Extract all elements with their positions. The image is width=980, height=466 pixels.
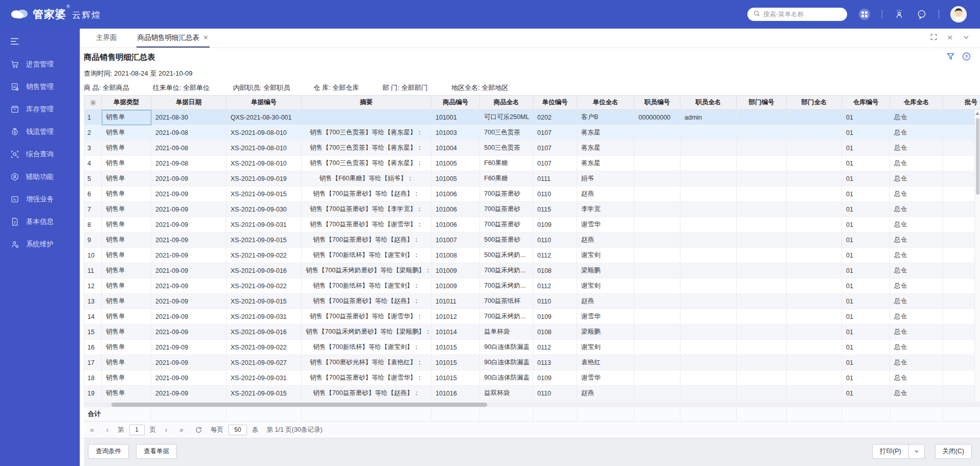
table-cell[interactable]: 可口可乐250ML: [480, 110, 533, 125]
table-cell[interactable]: 101009: [431, 278, 480, 294]
table-cell[interactable]: [737, 187, 787, 202]
table-cell[interactable]: [787, 370, 842, 386]
table-cell[interactable]: 销售【700益茶磨砂】等给【李学宽】：: [302, 202, 431, 217]
table-cell[interactable]: XS-2021-09-09-022: [226, 278, 302, 294]
table-cell[interactable]: 2021-09-09: [151, 232, 226, 248]
table-cell[interactable]: 总仓: [890, 355, 943, 370]
table-cell[interactable]: 101008: [431, 248, 480, 263]
table-cell[interactable]: [680, 340, 737, 355]
table-row[interactable]: 8销售单2021-09-09XS-2021-09-09-031销售【700益茶磨…: [84, 217, 980, 232]
query-conditions-button[interactable]: 查询条件: [88, 444, 129, 459]
sidebar-item-basic-info[interactable]: 基本信息: [0, 211, 80, 233]
table-cell[interactable]: 销售单: [102, 171, 151, 187]
table-cell[interactable]: 01: [842, 217, 890, 232]
table-cell[interactable]: 0112: [533, 248, 577, 263]
table-cell[interactable]: 700益茶磨砂: [480, 187, 533, 202]
table-cell[interactable]: 101016: [431, 386, 480, 401]
user-avatar[interactable]: [950, 6, 967, 22]
table-cell[interactable]: [787, 340, 842, 355]
table-cell[interactable]: 赵燕: [577, 294, 634, 309]
table-cell[interactable]: admin: [680, 110, 737, 125]
table-cell[interactable]: [787, 141, 842, 156]
table-cell[interactable]: [787, 110, 842, 125]
table-cell[interactable]: 销售【700益禾烤奶磨砂】等给【梁顺鹏】：: [302, 324, 431, 340]
table-cell[interactable]: 销售【700益禾烤奶磨砂】等给【梁顺鹏】：: [302, 263, 431, 278]
table-cell[interactable]: 01: [842, 202, 890, 217]
table-cell[interactable]: 总仓: [890, 156, 943, 171]
table-cell[interactable]: 总仓: [890, 217, 943, 232]
table-cell[interactable]: [787, 187, 842, 202]
table-cell[interactable]: 谢宝剑: [577, 248, 634, 263]
table-cell[interactable]: 总仓: [890, 263, 943, 278]
table-cell[interactable]: 90白连体防漏盖: [480, 355, 533, 370]
table-cell[interactable]: 700益茶纸杯: [480, 294, 533, 309]
table-cell[interactable]: [737, 355, 787, 370]
table-cell[interactable]: 000000000: [634, 110, 680, 125]
table-cell[interactable]: 销售单: [102, 355, 151, 370]
search-input[interactable]: [763, 11, 846, 18]
print-options-dropdown[interactable]: [908, 444, 925, 459]
table-cell[interactable]: 销售单: [102, 248, 151, 263]
table-row[interactable]: 12销售单2021-09-09XS-2021-09-09-022销售【700新纸…: [84, 278, 980, 294]
table-cell[interactable]: 赵燕: [577, 386, 634, 401]
table-cell[interactable]: [787, 125, 842, 141]
table-cell[interactable]: 销售单: [102, 263, 151, 278]
view-voucher-button[interactable]: 查看单据: [136, 444, 177, 459]
table-cell[interactable]: 101006: [431, 187, 480, 202]
table-cell[interactable]: 01: [842, 370, 890, 386]
table-cell[interactable]: 2021-09-09: [151, 309, 226, 324]
table-cell[interactable]: [737, 171, 787, 187]
table-cell[interactable]: 101015: [431, 370, 480, 386]
table-cell[interactable]: 销售单: [102, 294, 151, 309]
table-cell[interactable]: [787, 386, 842, 401]
per-page-input[interactable]: [229, 425, 247, 435]
message-icon[interactable]: [916, 9, 927, 20]
table-cell[interactable]: 销售【700新纸杯】等给【谢宝剑】：: [302, 248, 431, 263]
print-button[interactable]: 打印(P): [872, 444, 909, 459]
table-cell[interactable]: 101009: [431, 263, 480, 278]
table-cell[interactable]: [787, 248, 842, 263]
table-cell[interactable]: 0110: [533, 187, 577, 202]
table-cell[interactable]: [787, 324, 842, 340]
prev-page-button[interactable]: ‹: [102, 426, 112, 434]
table-cell[interactable]: 01: [842, 187, 890, 202]
table-cell[interactable]: 101012: [431, 309, 480, 324]
table-cell[interactable]: 销售【700三色贡茶】等给【蒋东星】：: [302, 125, 431, 141]
table-row[interactable]: 13销售单2021-09-09XS-2021-09-09-015销售【700益茶…: [84, 294, 980, 309]
table-cell[interactable]: 0202: [533, 110, 577, 125]
table-cell[interactable]: [787, 171, 842, 187]
table-cell[interactable]: 谢雪华: [577, 370, 634, 386]
first-page-button[interactable]: «: [87, 426, 97, 434]
table-cell[interactable]: [634, 309, 680, 324]
table-cell[interactable]: 销售【700益茶磨砂】等给【赵燕】：: [302, 294, 431, 309]
table-cell[interactable]: [634, 171, 680, 187]
table-cell[interactable]: 蒋东星: [577, 156, 634, 171]
table-cell[interactable]: 销售【700三色贡茶】等给【蒋东星】：: [302, 156, 431, 171]
table-cell[interactable]: 700益茶磨砂: [480, 217, 533, 232]
table-cell[interactable]: [680, 386, 737, 401]
table-cell[interactable]: 0110: [533, 386, 577, 401]
table-cell[interactable]: 总仓: [890, 110, 943, 125]
apps-grid-icon[interactable]: [858, 8, 871, 20]
table-cell[interactable]: [737, 278, 787, 294]
table-row[interactable]: 10销售单2021-09-09XS-2021-09-09-022销售【700新纸…: [84, 248, 980, 263]
table-cell[interactable]: [634, 156, 680, 171]
table-cell[interactable]: 2021-09-09: [151, 355, 226, 370]
table-cell[interactable]: XS-2021-09-09-031: [226, 217, 302, 232]
table-cell[interactable]: [634, 202, 680, 217]
table-cell[interactable]: [634, 248, 680, 263]
table-cell[interactable]: [787, 309, 842, 324]
table-cell[interactable]: [737, 232, 787, 248]
table-cell[interactable]: 总仓: [890, 202, 943, 217]
table-cell[interactable]: 蒋东星: [577, 141, 634, 156]
column-header[interactable]: 职员编号: [634, 96, 680, 110]
table-cell[interactable]: 2021-09-09: [151, 248, 226, 263]
table-cell[interactable]: 销售【700益茶磨砂】等给【赵燕】：: [302, 386, 431, 401]
table-cell[interactable]: 01: [842, 355, 890, 370]
table-cell[interactable]: 101015: [431, 355, 480, 370]
table-cell[interactable]: 梁顺鹏: [577, 263, 634, 278]
table-cell[interactable]: [787, 232, 842, 248]
table-cell[interactable]: [680, 232, 737, 248]
table-cell[interactable]: XS-2021-09-09-031: [226, 370, 302, 386]
table-cell[interactable]: 101007: [431, 232, 480, 248]
